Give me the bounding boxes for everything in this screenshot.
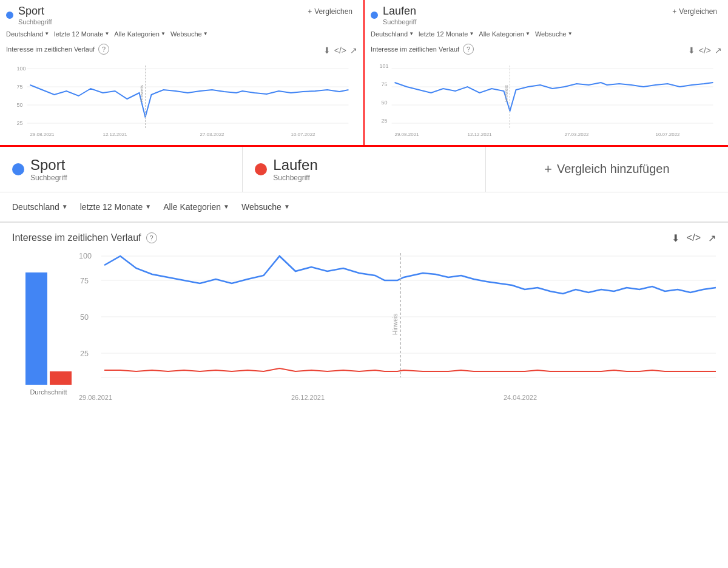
chart-title-main: Interesse im zeitlichen Verlauf (12, 232, 141, 243)
chart-label-left: Interesse im zeitlichen Verlauf ? (6, 44, 109, 55)
code-icon-right[interactable]: </> (699, 46, 711, 55)
compare-button-left[interactable]: + Vergleichen (303, 5, 357, 18)
svg-text:12.12.2021: 12.12.2021 (468, 132, 493, 137)
term-name-left: Sport (18, 5, 52, 18)
svg-text:100: 100 (17, 66, 26, 72)
svg-text:101: 101 (380, 63, 389, 69)
panel-term-right: Laufen Suchbegriff (371, 5, 416, 25)
filter-country-main[interactable]: Deutschland ▼ (12, 200, 68, 214)
download-icon-left[interactable]: ⬇ (323, 46, 331, 55)
filter-period-left[interactable]: letzte 12 Monate (54, 29, 109, 39)
filter-category-main[interactable]: Alle Kategorien ▼ (163, 200, 229, 214)
sport-sub: Suchbegriff (30, 174, 67, 182)
svg-text:Hinweis: Hinweis (392, 314, 399, 335)
svg-text:12.12.2021: 12.12.2021 (103, 132, 128, 137)
filter-type-left[interactable]: Websuche (170, 29, 208, 39)
add-icon: + (544, 161, 552, 177)
help-icon-right[interactable]: ? (463, 44, 474, 55)
filter-period-main[interactable]: letzte 12 Monate ▼ (80, 200, 151, 214)
x-date-1: 29.08.2021 (79, 394, 112, 401)
download-icon-right[interactable]: ⬇ (688, 46, 695, 55)
term-selector-laufen[interactable]: Laufen Suchbegriff (243, 147, 485, 192)
chart-section-right: Interesse im zeitlichen Verlauf ? ⬇ </> … (371, 44, 722, 140)
svg-text:10.07.2022: 10.07.2022 (291, 132, 316, 137)
laufen-dot (255, 163, 267, 175)
line-chart-area: 100 75 50 25 Hinweis (79, 250, 716, 408)
chart-header-main: Interesse im zeitlichen Verlauf ? ⬇ </> … (12, 232, 716, 244)
svg-text:25: 25 (80, 350, 89, 358)
top-right-panel: Laufen Suchbegriff + Vergleichen Deutsch… (365, 0, 728, 145)
add-compare-button[interactable]: + Vergleich hinzufügen (486, 147, 728, 192)
filter-country-left[interactable]: Deutschland (6, 29, 49, 39)
help-icon-left[interactable]: ? (98, 44, 109, 55)
svg-text:Hinweis: Hinweis (504, 85, 509, 102)
help-icon-main[interactable]: ? (146, 232, 157, 243)
arrow-type: ▼ (284, 203, 290, 210)
panel-term-left: Sport Suchbegriff (6, 5, 52, 25)
svg-text:50: 50 (382, 100, 388, 106)
svg-text:100: 100 (79, 252, 92, 260)
svg-text:75: 75 (80, 277, 89, 285)
x-date-3: 24.04.2022 (504, 394, 537, 401)
sport-dot (12, 163, 24, 175)
svg-text:25: 25 (17, 120, 23, 126)
filter-country-right[interactable]: Deutschland (371, 29, 414, 39)
code-icon-left[interactable]: </> (334, 46, 346, 55)
avg-label: Durchschnitt (30, 388, 67, 396)
term-name-right: Laufen (383, 5, 416, 18)
x-date-2: 26.12.2021 (291, 394, 325, 401)
filter-category-left[interactable]: Alle Kategorien (114, 29, 166, 39)
filter-period-right[interactable]: letzte 12 Monate (419, 29, 474, 39)
chart-action-icons-main: ⬇ </> ↗ (672, 232, 716, 244)
avg-bar-area: Durchschnitt (12, 250, 79, 408)
share-icon-main[interactable]: ↗ (708, 232, 716, 244)
chart-actions-right: ⬇ </> ↗ (688, 46, 722, 55)
comparison-section: Sport Suchbegriff Laufen Suchbegriff + V… (0, 147, 728, 408)
laufen-name: Laufen (273, 157, 317, 174)
avg-bars (25, 251, 72, 385)
svg-text:75: 75 (17, 84, 23, 90)
filter-type-right[interactable]: Websuche (535, 29, 573, 39)
chart-section-left: Interesse im zeitlichen Verlauf ? ⬇ </> … (6, 44, 357, 140)
laufen-text: Laufen Suchbegriff (273, 157, 317, 182)
main-chart-area: Durchschnitt 100 75 50 25 (12, 250, 716, 408)
term-dot-left (6, 12, 13, 19)
download-icon-main[interactable]: ⬇ (672, 232, 679, 244)
svg-text:50: 50 (17, 102, 23, 108)
compare-button-right[interactable]: + Vergleichen (667, 5, 722, 18)
term-sub-left: Suchbegriff (18, 18, 52, 25)
term-dot-right (371, 12, 378, 19)
code-icon-main[interactable]: </> (687, 232, 701, 244)
share-icon-right[interactable]: ↗ (715, 46, 722, 55)
mini-chart-left: 100 75 50 25 Hinweis 29.08.2021 12.12.20… (6, 59, 357, 138)
svg-text:29.08.2021: 29.08.2021 (395, 132, 420, 137)
main-svg-chart: 100 75 50 25 Hinweis (79, 250, 716, 390)
term-sub-right: Suchbegriff (383, 18, 416, 25)
avg-bar-blue (25, 272, 47, 385)
sport-text: Sport Suchbegriff (30, 157, 67, 182)
laufen-sub: Suchbegriff (273, 174, 317, 182)
filter-category-right[interactable]: Alle Kategorien (479, 29, 530, 39)
avg-bar-red (50, 371, 72, 385)
chart-actions-left: ⬇ </> ↗ (323, 46, 357, 55)
svg-text:25: 25 (382, 118, 388, 124)
share-icon-left[interactable]: ↗ (350, 46, 357, 55)
chart-label-right: Interesse im zeitlichen Verlauf ? (371, 44, 474, 55)
term-selector-content-laufen: Laufen Suchbegriff (255, 157, 473, 182)
term-selector-sport[interactable]: Sport Suchbegriff (0, 147, 243, 192)
main-chart-section: Interesse im zeitlichen Verlauf ? ⬇ </> … (0, 223, 728, 408)
add-compare-label: Vergleich hinzufügen (557, 162, 670, 176)
sport-name: Sport (30, 157, 67, 174)
arrow-country: ▼ (62, 203, 68, 210)
svg-text:29.08.2021: 29.08.2021 (30, 132, 55, 137)
svg-text:27.03.2022: 27.03.2022 (565, 132, 590, 137)
filter-type-main[interactable]: Websuche ▼ (241, 200, 290, 214)
svg-text:50: 50 (80, 313, 89, 322)
arrow-category: ▼ (223, 203, 229, 210)
panel-filters-right: Deutschland letzte 12 Monate Alle Katego… (371, 29, 722, 39)
filters-row: Deutschland ▼ letzte 12 Monate ▼ Alle Ka… (0, 192, 728, 222)
chart-title-group: Interesse im zeitlichen Verlauf ? (12, 232, 157, 243)
plus-icon-left: + (308, 7, 312, 16)
svg-text:10.07.2022: 10.07.2022 (656, 132, 681, 137)
panel-filters-left: Deutschland letzte 12 Monate Alle Katego… (6, 29, 357, 39)
